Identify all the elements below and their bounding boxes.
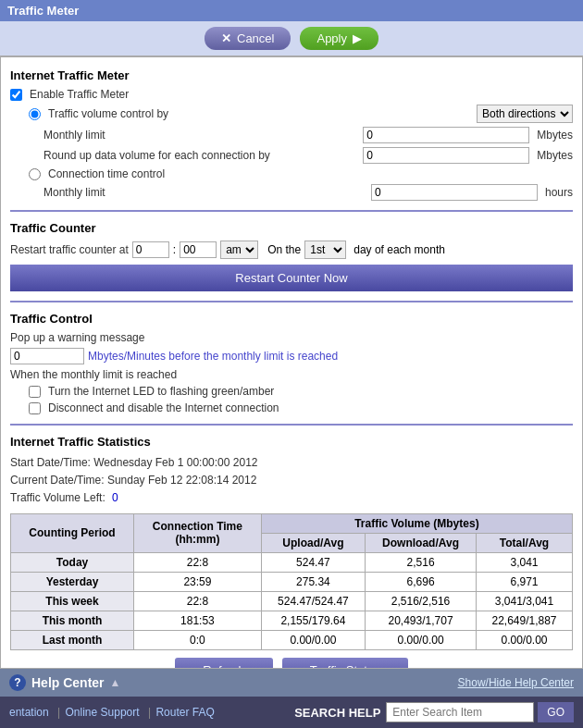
arrow-icon: ▶: [353, 31, 362, 45]
traffic-control-title: Traffic Control: [10, 312, 573, 326]
cancel-button[interactable]: ✕ Cancel: [205, 27, 291, 50]
nav-link-2[interactable]: Online Support: [66, 706, 140, 719]
monthly-limit-unit: Mbytes: [537, 129, 573, 142]
conn-time-cell: 22:8: [134, 552, 262, 572]
popup-label: Pop up a warning message: [10, 331, 144, 344]
conn-monthly-limit-input[interactable]: [371, 184, 538, 201]
help-icon: ?: [9, 674, 26, 691]
title-bar: Traffic Meter: [0, 0, 583, 21]
traffic-counter-section: Traffic Counter Restart traffic counter …: [10, 221, 573, 291]
when-reached-row: When the monthly limit is reached: [10, 368, 573, 381]
threshold-unit: Mbytes/Minutes before the monthly limit …: [88, 350, 338, 363]
col-total: Total/Avg: [477, 533, 573, 552]
roundup-row: Round up data volume for each connection…: [10, 147, 573, 164]
action-buttons-row: Refresh Traffic Status: [10, 658, 573, 669]
on-the-label: On the: [267, 243, 301, 256]
upload-cell: 0.00/0.00: [261, 630, 365, 649]
disconnect-label: Disconnect and disable the Internet conn…: [48, 401, 279, 414]
colon: :: [173, 243, 176, 256]
table-row: Last month 0:0 0.00/0.00 0.00/0.00 0.00/…: [11, 630, 573, 649]
connection-time-radio[interactable]: [29, 168, 41, 180]
col-connection-time: Connection Time(hh:mm): [134, 513, 262, 552]
roundup-label: Round up data volume for each connection…: [43, 149, 270, 162]
col-upload: Upload/Avg: [261, 533, 365, 552]
nav-link-1[interactable]: entation: [9, 706, 49, 719]
popup-label-row: Pop up a warning message: [10, 331, 573, 344]
apply-button[interactable]: Apply ▶: [300, 27, 378, 50]
period-cell: This month: [11, 611, 134, 630]
start-date: Start Date/Time: Wednesday Feb 1 00:00:0…: [10, 454, 573, 472]
volume-left-label: Traffic Volume Left:: [10, 491, 105, 504]
nav-sep-2: |: [148, 706, 151, 719]
download-cell: 2,516/2,516: [366, 591, 477, 611]
period-cell: Yesterday: [11, 572, 134, 591]
when-reached-label: When the monthly limit is reached: [10, 368, 177, 381]
period-cell: Today: [11, 552, 134, 572]
col-traffic-volume: Traffic Volume (Mbytes): [261, 513, 572, 533]
enable-row: Enable Traffic Meter: [10, 88, 573, 101]
led-checkbox[interactable]: [29, 386, 41, 398]
nav-links: entation | Online Support | Router FAQ: [9, 706, 294, 719]
col-counting-period: Counting Period: [11, 513, 134, 552]
app-title: Traffic Meter: [7, 4, 79, 18]
col-download: Download/Avg: [366, 533, 477, 552]
roundup-input[interactable]: [363, 147, 529, 164]
table-row: This week 22:8 524.47/524.47 2,516/2,516…: [11, 591, 573, 611]
search-input[interactable]: [386, 702, 534, 722]
hour-input[interactable]: [132, 241, 169, 258]
help-center-left: ? Help Center ▲: [9, 674, 120, 691]
connection-time-label: Connection time control: [48, 167, 165, 180]
day-select[interactable]: 1st2nd3rd4th5th: [304, 241, 346, 259]
divider-3: [10, 424, 573, 426]
restart-counter-row: Restart traffic counter at : am pm On th…: [10, 241, 573, 259]
apply-label: Apply: [316, 31, 347, 45]
conn-monthly-limit-row: Monthly limit hours: [10, 184, 573, 201]
nav-link-3[interactable]: Router FAQ: [155, 706, 214, 719]
traffic-control-section: Traffic Control Pop up a warning message…: [10, 312, 573, 414]
threshold-input[interactable]: [10, 348, 84, 364]
traffic-volume-radio[interactable]: [29, 108, 41, 120]
enable-checkbox[interactable]: [10, 89, 22, 101]
traffic-counter-title: Traffic Counter: [10, 221, 573, 235]
table-row: Yesterday 23:59 275.34 6,696 6,971: [11, 572, 573, 591]
help-expand-icon[interactable]: ▲: [110, 676, 121, 689]
conn-time-cell: 22:8: [134, 591, 262, 611]
refresh-button[interactable]: Refresh: [175, 658, 273, 669]
divider-1: [10, 210, 573, 212]
traffic-status-button[interactable]: Traffic Status: [282, 658, 408, 669]
show-hide-link[interactable]: Show/Hide Help Center: [458, 676, 574, 689]
conn-monthly-limit-unit: hours: [545, 186, 573, 199]
go-button[interactable]: GO: [538, 702, 574, 722]
upload-cell: 275.34: [261, 572, 365, 591]
toolbar: ✕ Cancel Apply ▶: [0, 21, 583, 56]
minute-input[interactable]: [180, 241, 217, 258]
enable-label: Enable Traffic Meter: [30, 88, 129, 101]
main-content: Internet Traffic Meter Enable Traffic Me…: [0, 56, 583, 669]
divider-2: [10, 301, 573, 302]
monthly-limit-label: Monthly limit: [43, 129, 105, 142]
led-row: Turn the Internet LED to flashing green/…: [10, 385, 573, 398]
help-center-title: Help Center: [31, 675, 105, 690]
download-cell: 2,516: [366, 552, 477, 572]
download-cell: 20,493/1,707: [366, 611, 477, 630]
current-date: Current Date/Time: Sunday Feb 12 22:08:1…: [10, 472, 573, 489]
x-icon: ✕: [221, 31, 231, 45]
roundup-unit: Mbytes: [537, 149, 573, 162]
conn-time-cell: 23:59: [134, 572, 262, 591]
connection-time-row: Connection time control: [10, 167, 573, 180]
upload-cell: 524.47/524.47: [261, 591, 365, 611]
total-cell: 3,041: [477, 552, 573, 572]
upload-cell: 2,155/179.64: [261, 611, 365, 630]
disconnect-checkbox[interactable]: [29, 402, 41, 414]
total-cell: 0.00/0.00: [477, 630, 573, 649]
threshold-row: Mbytes/Minutes before the monthly limit …: [10, 348, 573, 364]
traffic-table: Counting Period Connection Time(hh:mm) T…: [10, 513, 573, 650]
bottom-bar: entation | Online Support | Router FAQ S…: [0, 697, 583, 728]
direction-select[interactable]: Both directions Upload only Download onl…: [477, 105, 573, 123]
internet-traffic-meter-section: Internet Traffic Meter Enable Traffic Me…: [10, 68, 573, 201]
monthly-limit-input[interactable]: [363, 127, 529, 143]
total-cell: 22,649/1,887: [477, 611, 573, 630]
volume-left-value: 0: [112, 491, 118, 504]
ampm-select[interactable]: am pm: [220, 241, 258, 259]
restart-counter-button[interactable]: Restart Counter Now: [10, 265, 573, 291]
